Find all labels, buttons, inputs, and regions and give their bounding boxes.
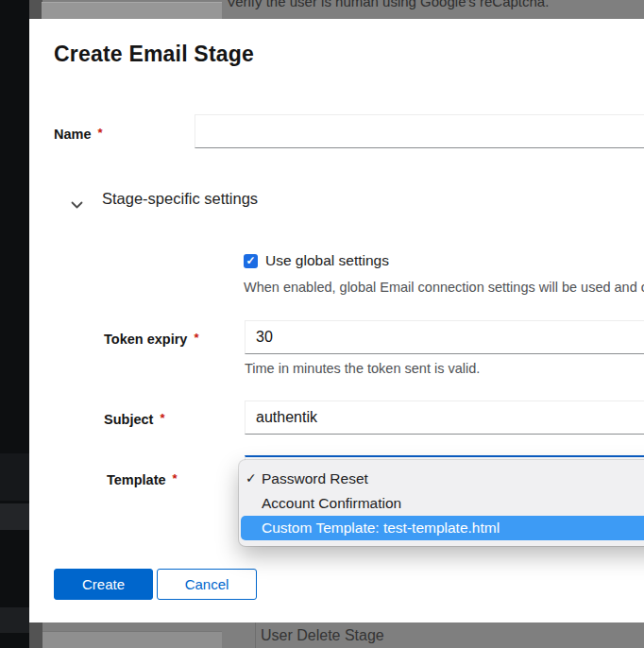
chevron-down-icon — [71, 196, 83, 213]
modal-title: Create Email Stage — [54, 42, 254, 67]
table-column-divider — [255, 622, 256, 648]
dropdown-option-custom-template[interactable]: Custom Template: test-template.html — [241, 516, 644, 540]
name-label: Name* — [54, 127, 103, 142]
required-asterisk: * — [173, 471, 178, 486]
token-expiry-label: Token expiry* — [104, 332, 198, 347]
sidebar-item-block — [0, 607, 29, 633]
dropdown-option-account-confirmation[interactable]: Account Confirmation — [241, 491, 644, 516]
checkbox-check-icon: ✓ — [246, 254, 255, 267]
dimmed-table-row-bottom: User Delete Stage — [29, 622, 644, 648]
table-cell-box — [42, 631, 222, 648]
table-row-description: Verify the user is human using Google's … — [227, 0, 549, 9]
table-cell-box — [42, 2, 222, 19]
required-asterisk: * — [98, 126, 103, 140]
selected-check-icon: ✓ — [246, 470, 257, 486]
dimmed-table-row-top: Verify the user is human using Google's … — [29, 0, 644, 19]
use-global-settings-help: When enabled, global Email connection se… — [244, 280, 644, 295]
template-dropdown-menu: ✓ Password Reset Account Confirmation Cu… — [239, 460, 644, 546]
token-expiry-help: Time in minutes the token sent is valid. — [245, 361, 480, 376]
create-email-stage-modal: Create Email Stage Name* Stage-specific … — [29, 19, 644, 622]
required-asterisk: * — [194, 331, 198, 345]
table-checkbox-column — [29, 622, 42, 648]
use-global-settings-checkbox[interactable]: ✓ — [244, 254, 258, 268]
required-asterisk: * — [160, 411, 164, 425]
dropdown-option-password-reset[interactable]: ✓ Password Reset — [241, 467, 644, 491]
create-button[interactable]: Create — [54, 569, 153, 600]
subject-input[interactable] — [245, 401, 644, 435]
sidebar-item-block — [0, 453, 29, 501]
token-expiry-input[interactable] — [245, 320, 644, 354]
cancel-button[interactable]: Cancel — [157, 569, 257, 600]
use-global-settings-label[interactable]: Use global settings — [265, 252, 389, 269]
table-checkbox-column — [29, 0, 42, 19]
app-sidebar — [0, 0, 29, 648]
stage-settings-group-label: Stage-specific settings — [102, 190, 258, 208]
subject-label: Subject* — [104, 412, 164, 427]
sidebar-item-block — [0, 503, 29, 530]
template-label: Template* — [107, 472, 178, 487]
name-input[interactable] — [195, 114, 644, 148]
table-row-title: User Delete Stage — [261, 627, 384, 644]
